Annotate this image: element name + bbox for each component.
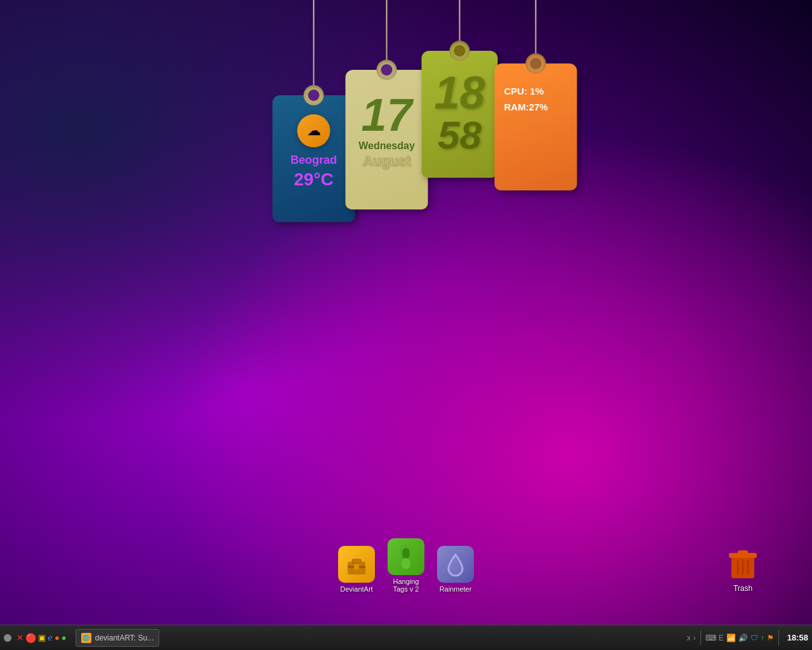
trash-wrapper[interactable]: Trash — [724, 545, 761, 593]
svg-rect-3 — [354, 564, 359, 569]
deviantart-label: DeviantArt — [340, 585, 372, 593]
date-tag: 17 Wednesday August — [346, 70, 428, 209]
tray-x: x — [687, 633, 691, 642]
ram-label: RAM:27% — [504, 102, 548, 112]
tray-icon-network: 📶 — [726, 633, 736, 642]
tray-icon-keyboard: ⌨ — [705, 633, 716, 642]
dock-item-deviantart[interactable]: DeviantArt — [338, 546, 375, 593]
taskbar: ✕ 🔴 ▣ ℯ ● ● 🌐 deviantART: Su... x › ⌨ E — [0, 625, 812, 650]
rainmeter-icon — [437, 546, 474, 583]
svg-rect-9 — [738, 550, 748, 554]
weather-icon: ☁ — [298, 114, 331, 147]
deviantart-icon — [338, 546, 375, 583]
time-tag-body: 18 58 — [422, 51, 498, 178]
taskbar-quick-launch: ✕ 🔴 ▣ ℯ ● ● — [16, 633, 67, 643]
taskbar-right: x › ⌨ E 📶 🔊 🛡 ↑ ⚑ 18:58 — [683, 630, 812, 646]
dock: DeviantArt Hanging Tags v 2 Rainmete — [338, 538, 474, 593]
window-favicon: 🌐 — [81, 633, 91, 643]
window-title: deviantART: Su... — [95, 633, 154, 642]
taskbar-middle: 🌐 deviantART: Su... — [70, 629, 683, 647]
tray-icon-arrow: ↑ — [761, 633, 764, 642]
desktop: ☁ Beograd 29°C 17 Wednesday August — [0, 0, 812, 625]
cpu-label: CPU: 1% — [504, 86, 544, 96]
taskbar-icon-box[interactable]: ▣ — [38, 633, 46, 642]
tag-hole-system — [526, 53, 546, 74]
system-tag-body: CPU: 1% RAM:27% — [495, 63, 577, 190]
rainmeter-label: Rainmeter — [440, 585, 472, 593]
date-day-number: 17 — [361, 92, 412, 138]
tray-icon-flag: ⚑ — [767, 633, 774, 642]
system-tag: CPU: 1% RAM:27% — [495, 63, 577, 190]
time-hour: 18 — [434, 70, 485, 116]
svg-point-5 — [402, 548, 410, 559]
taskbar-x-icon[interactable]: ✕ — [16, 633, 23, 642]
taskbar-icon-green[interactable]: ● — [62, 633, 67, 642]
dock-item-rainmeter[interactable]: Rainmeter — [437, 546, 474, 593]
weather-city: Beograd — [291, 154, 337, 167]
trash-icon — [724, 545, 761, 581]
tray-icon-e: E — [719, 633, 724, 642]
svg-rect-1 — [352, 559, 361, 563]
tray-icon-shield: 🛡 — [750, 633, 758, 642]
hangingtags-icon — [388, 538, 424, 575]
taskbar-left: ✕ 🔴 ▣ ℯ ● ● — [0, 633, 70, 643]
hangingtags-label: Hanging Tags v 2 — [393, 578, 419, 593]
date-tag-body: 17 Wednesday August — [346, 70, 428, 209]
weather-temp: 29°C — [294, 169, 334, 190]
weather-tag-body: ☁ Beograd 29°C — [273, 95, 355, 222]
taskbar-icon-ie[interactable]: ℯ — [48, 633, 53, 642]
tray-icon-volume: 🔊 — [738, 633, 748, 642]
start-dot[interactable] — [4, 634, 11, 642]
time-minute: 58 — [438, 116, 481, 155]
tag-hole-weather — [304, 85, 324, 105]
time-tag: 18 58 — [422, 51, 498, 178]
tag-hole-time — [450, 41, 470, 61]
taskbar-icon-orange[interactable]: ● — [55, 633, 60, 642]
date-month: August — [363, 153, 411, 169]
taskbar-window-deviantart[interactable]: 🌐 deviantART: Su... — [75, 629, 160, 647]
taskbar-icon-red-circle[interactable]: 🔴 — [25, 633, 36, 643]
tags-widget: ☁ Beograd 29°C 17 Wednesday August — [266, 0, 577, 222]
tag-hole-date — [377, 60, 397, 80]
taskbar-clock: 18:58 — [787, 633, 808, 642]
trash-label: Trash — [733, 584, 752, 593]
date-weekday: Wednesday — [358, 140, 415, 152]
tray-expand[interactable]: › — [693, 633, 696, 642]
dock-item-hangingtags[interactable]: Hanging Tags v 2 — [388, 538, 424, 593]
weather-tag: ☁ Beograd 29°C — [273, 95, 355, 222]
